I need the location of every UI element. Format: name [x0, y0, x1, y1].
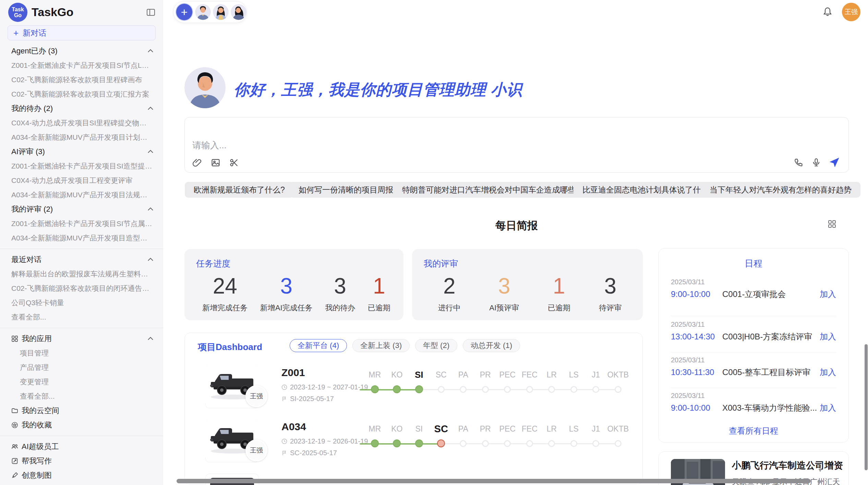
agent-avatar[interactable] [231, 4, 246, 20]
list-item[interactable]: C02-飞腾新能源轻客改款项目立项汇报方案 [0, 87, 163, 101]
project-row-a034[interactable]: 王强 A034 2023-12-19 ~ 2026-01-19 SC-2025-… [205, 420, 636, 468]
user-avatar[interactable]: 王强 [842, 3, 860, 21]
my-review-card: 我的评审 2 进行中 3 AI预评审 1 已逾期 3 待评审 [412, 249, 643, 320]
list-item[interactable]: 公司Q3轻卡销量 [0, 296, 163, 310]
suggestion-chip[interactable]: 如何写一份清晰的项目周报 [290, 182, 402, 198]
list-item[interactable]: A034-全新新能源MUV产品开发项目法规符合性评审 [0, 188, 163, 202]
sidebar-header: Task Go TaskGo [0, 0, 163, 25]
notification-bell-icon[interactable] [823, 7, 832, 17]
composer-right-icons [794, 157, 840, 167]
dashboard-title: 项目Dashboard [198, 341, 262, 353]
chevron-up-icon[interactable] [147, 149, 154, 154]
tab-powertrain-dev[interactable]: 动总开发 (1) [463, 339, 520, 352]
schedule-event: 2025/03/11 9:00-10:00 C001-立项审批会 加入 [671, 278, 836, 300]
sidebar: Task Go TaskGo + 新对话 Agent已办 (3) Z001-全新… [0, 0, 163, 485]
tab-all-new-body[interactable]: 全新上装 (3) [352, 339, 410, 352]
scissors-icon[interactable] [229, 158, 239, 167]
sidebar-item-ai-super-staff[interactable]: AI超级员工 [0, 439, 163, 454]
image-icon[interactable] [211, 158, 220, 167]
milestone-dot [438, 386, 445, 393]
milestone-dot-done [393, 439, 401, 447]
list-item[interactable]: C0X4-动力总成开发项目工程变更评审 [0, 173, 163, 188]
list-item[interactable]: 解释最新出台的欧盟报废车法规再生塑料比例被调至15%... [0, 267, 163, 281]
chevron-up-icon[interactable] [147, 257, 154, 262]
chevron-up-icon[interactable] [147, 207, 154, 212]
sidebar-item-my-apps[interactable]: 我的应用 [0, 332, 163, 346]
section-ai-review[interactable]: AI评审 (3) [0, 145, 163, 159]
view-all-schedule-link[interactable]: 查看所有日程 [659, 425, 848, 436]
sidebar-collapse-icon[interactable] [146, 8, 156, 17]
phone-icon[interactable] [794, 158, 803, 167]
list-item[interactable]: C02-飞腾新能源轻客改款项目里程碑画布 [0, 73, 163, 87]
project-dates: 2023-12-19 ~ 2026-01-19 [281, 437, 368, 445]
layout-grid-icon[interactable] [828, 220, 836, 228]
milestone-dot [615, 386, 622, 393]
suggestion-chip[interactable]: 特朗普可能对进口汽车增税会对中国车企造成哪些影响 [393, 182, 600, 198]
join-button[interactable]: 加入 [820, 331, 836, 342]
sidebar-item-cloud-space[interactable]: 我的云空间 [0, 403, 163, 418]
folder-icon [11, 407, 18, 414]
section-my-review[interactable]: 我的评审 (2) [0, 202, 163, 216]
milestone-labels: MR KO SI SC PA PR PEC FEC LR LS J1 OKTB [364, 423, 629, 435]
join-button[interactable]: 加入 [820, 289, 836, 300]
list-item[interactable]: A034-全新新能源MUV产品开发项目计划变更表编写 [0, 130, 163, 145]
divider [0, 328, 163, 328]
section-agent-done[interactable]: Agent已办 (3) [0, 44, 163, 58]
suggestion-chip[interactable]: 当下年轻人对汽车外观有怎样的喜好趋势 [701, 182, 860, 198]
chat-input[interactable] [192, 136, 742, 154]
agent-avatar[interactable] [213, 4, 229, 20]
milestone-dot [548, 440, 555, 447]
chevron-up-icon[interactable] [147, 106, 154, 111]
chevron-up-icon[interactable] [147, 48, 154, 54]
chevron-up-icon[interactable] [147, 336, 154, 341]
milestone-dot [615, 440, 622, 447]
mic-icon[interactable] [811, 158, 821, 167]
sidebar-item-product-mgmt[interactable]: 产品管理 [0, 360, 163, 375]
sidebar-item-favorites[interactable]: 我的收藏 [0, 418, 163, 432]
section-recent-chats[interactable]: 最近对话 [0, 252, 163, 267]
sidebar-item-project-mgmt[interactable]: 项目管理 [0, 346, 163, 360]
sidebar-item-creative-drawing[interactable]: 创意制图 [0, 468, 163, 483]
plus-icon: + [13, 28, 19, 37]
milestone-dot [570, 440, 577, 447]
add-agent-button[interactable]: + [176, 3, 193, 21]
tab-year-model[interactable]: 年型 (2) [415, 339, 457, 352]
project-dates: 2023-12-19 ~ 2027-01-19 [281, 383, 368, 391]
list-item[interactable]: Z001-全新燃油轻卡产品开发项目SI节点属性5D文件评审 [0, 216, 163, 231]
scroll-down-arrow[interactable]: ▼ [817, 467, 823, 473]
list-item[interactable]: Z001-全新燃油轻卡产品开发项目SI造型提交物评审 [0, 159, 163, 173]
suggestion-chip[interactable]: 比亚迪全固态电池计划具体说了什么 [574, 182, 718, 198]
milestone-timeline: MR KO SI SC PA PR PEC FEC LR LS J1 OKTB [364, 423, 629, 451]
new-chat-button[interactable]: + 新对话 [8, 25, 156, 40]
schedule-event: 2025/03/11 13:00-14:30 C003|H0B-方案冻结评审 加… [671, 321, 836, 342]
view-all-recent[interactable]: 查看全部... [0, 310, 163, 324]
project-row-z001[interactable]: 王强 Z001 2023-12-19 ~ 2027-01-19 SI-2025-… [205, 365, 636, 413]
agent-avatar[interactable] [195, 4, 211, 20]
list-item[interactable]: Z001-全新燃油皮卡产品开发项目SI节点Lesson Learn报告 [0, 58, 163, 73]
join-button[interactable]: 加入 [820, 402, 836, 413]
sidebar-item-change-mgmt[interactable]: 变更管理 [0, 375, 163, 389]
task-progress-card: 任务进度 24 新增完成任务 3 新增AI完成任务 3 我的待办 1 已逾期 [184, 249, 403, 320]
list-item[interactable]: C02-飞腾新能源轻客改款项目的闭环通告反馈情况 [0, 281, 163, 296]
paperclip-icon[interactable] [192, 158, 202, 167]
milestone-dot-done [415, 439, 423, 447]
list-item[interactable]: A034-全新新能源MUV产品开发项目造型可行性评审 [0, 231, 163, 245]
send-icon[interactable] [829, 157, 840, 167]
vertical-scrollbar[interactable] [865, 344, 868, 470]
suggestion-chip[interactable]: 欧洲新规最近颁布了什么? [185, 182, 294, 198]
view-all-apps[interactable]: 查看全部... [0, 389, 163, 403]
divider [671, 352, 836, 352]
project-owner-badge: 王强 [245, 385, 267, 407]
star-badge-icon [11, 422, 18, 428]
schedule-event: 2025/03/11 10:30-11:30 C005-整车工程目标评审 加入 [671, 356, 836, 378]
list-item[interactable]: C0X4-动力总成开发项目SI里程碑提交物检查 [0, 116, 163, 130]
app-logo: Task Go [8, 3, 27, 22]
section-my-todo[interactable]: 我的待办 (2) [0, 101, 163, 116]
sidebar-item-help-me-write[interactable]: 帮我写作 [0, 454, 163, 468]
horizontal-scrollbar[interactable] [177, 479, 811, 483]
logo-text-top: Task [12, 7, 24, 12]
join-button[interactable]: 加入 [820, 367, 836, 378]
clock-icon [281, 384, 287, 390]
scroll-right-arrow[interactable]: ▶ [818, 478, 822, 484]
tab-all-new-platform[interactable]: 全新平台 (4) [290, 339, 347, 352]
